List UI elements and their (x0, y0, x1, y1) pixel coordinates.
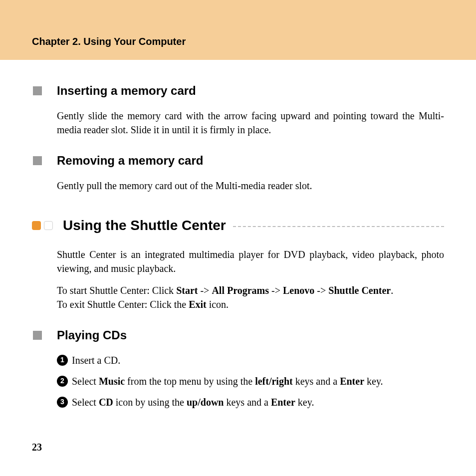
bold-left-right: left/right (255, 376, 293, 387)
bold-exit: Exit (189, 299, 207, 310)
page-content: Inserting a memory card Gently slide the… (0, 60, 476, 409)
bold-cd: CD (99, 397, 113, 408)
heading-text: Inserting a memory card (57, 84, 196, 98)
orange-bullet-icon (32, 221, 41, 230)
bold-music: Music (99, 376, 125, 387)
section-heading-removing: Removing a memory card (32, 154, 444, 168)
bold-lenovo: Lenovo (283, 285, 314, 296)
chapter-title: Chapter 2. Using Your Computer (32, 36, 476, 47)
bold-start: Start (176, 285, 198, 296)
step-number-icon: 3 (57, 397, 68, 408)
section-heading-playing-cds: Playing CDs (32, 328, 444, 342)
shuttle-start-exit: To start Shuttle Center: Click Start -> … (57, 283, 444, 311)
bold-allprograms: All Programs (212, 285, 269, 296)
main-heading-text: Using the Shuttle Center (63, 218, 226, 234)
text: Select (72, 397, 99, 408)
text: . (391, 285, 393, 296)
text: To start Shuttle Center: Click (57, 285, 176, 296)
text: icon by using the (113, 397, 187, 408)
bullet-square-icon (33, 86, 42, 95)
page-number: 23 (32, 442, 42, 453)
step-text: Select CD icon by using the up/down keys… (72, 395, 444, 409)
text: -> (269, 285, 283, 296)
heading-text: Removing a memory card (57, 154, 203, 168)
heading-text: Playing CDs (57, 328, 127, 342)
bold-enter: Enter (340, 376, 364, 387)
text: -> (314, 285, 328, 296)
step-3: 3 Select CD icon by using the up/down ke… (57, 395, 444, 409)
bold-enter: Enter (271, 397, 295, 408)
bold-up-down: up/down (187, 397, 224, 408)
white-bullet-icon (44, 221, 53, 230)
step-1: 1 Insert a CD. (57, 353, 444, 367)
chapter-header: Chapter 2. Using Your Computer (0, 0, 476, 60)
main-heading-shuttle: Using the Shuttle Center (32, 218, 444, 234)
dashed-rule (233, 226, 444, 227)
bold-shuttle-center: Shuttle Center (328, 285, 391, 296)
step-number-icon: 2 (57, 376, 68, 387)
text: Select (72, 376, 99, 387)
step-text: Insert a CD. (72, 353, 444, 367)
step-2: 2 Select Music from the top menu by usin… (57, 374, 444, 388)
step-number-icon: 1 (57, 355, 68, 366)
text: keys and a (293, 376, 340, 387)
section-heading-inserting: Inserting a memory card (32, 84, 444, 98)
text: key. (364, 376, 383, 387)
bullet-square-icon (33, 331, 42, 340)
text: keys and a (224, 397, 270, 408)
body-removing: Gently pull the memory card out of the M… (57, 179, 444, 193)
text: from the top menu by using the (125, 376, 255, 387)
bullet-square-icon (33, 156, 42, 165)
body-inserting: Gently slide the memory card with the ar… (57, 109, 444, 137)
step-text: Select Music from the top menu by using … (72, 374, 444, 388)
text: icon. (207, 299, 229, 310)
text: -> (198, 285, 212, 296)
text: key. (295, 397, 314, 408)
text: To exit Shuttle Center: Click the (57, 299, 189, 310)
shuttle-intro: Shuttle Center is an integrated multimed… (57, 247, 444, 275)
